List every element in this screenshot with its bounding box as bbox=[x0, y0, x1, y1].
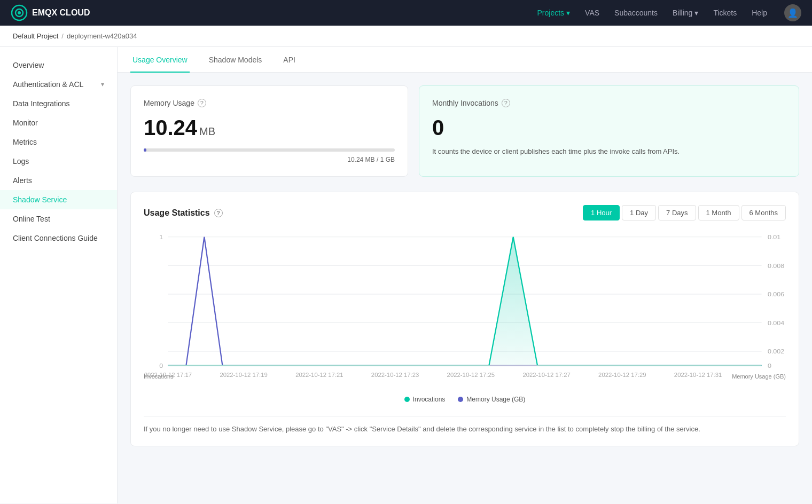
memory-progress-bar bbox=[144, 148, 395, 152]
memory-card-title: Memory Usage ? bbox=[144, 99, 395, 107]
tab-bar: Usage Overview Shadow Models API bbox=[118, 47, 812, 73]
svg-text:0.008: 0.008 bbox=[768, 262, 784, 270]
svg-text:2022-10-12 17:29: 2022-10-12 17:29 bbox=[598, 372, 646, 379]
sidebar-item-client-connections[interactable]: Client Connections Guide bbox=[0, 229, 117, 248]
brand-logo[interactable]: EMQX CLOUD bbox=[11, 4, 90, 21]
invocations-card-title: Monthly Invocations ? bbox=[432, 99, 786, 107]
page-layout: Overview Authentication & ACL ▾ Data Int… bbox=[0, 47, 812, 503]
svg-text:0: 0 bbox=[768, 362, 771, 369]
svg-text:2022-10-12 17:23: 2022-10-12 17:23 bbox=[371, 372, 419, 379]
nav-tickets[interactable]: Tickets bbox=[713, 9, 737, 17]
sidebar-item-data-integrations[interactable]: Data Integrations bbox=[0, 94, 117, 113]
nav-links: Projects ▾ VAS Subaccounts Billing ▾ Tic… bbox=[537, 9, 768, 17]
time-btn-1day[interactable]: 1 Day bbox=[622, 205, 656, 220]
tab-shadow-models[interactable]: Shadow Models bbox=[207, 47, 264, 73]
time-btn-1hour[interactable]: 1 Hour bbox=[583, 205, 620, 220]
memory-progress-fill bbox=[144, 148, 146, 152]
svg-text:2022-10-12 17:25: 2022-10-12 17:25 bbox=[447, 372, 495, 379]
nav-subaccounts[interactable]: Subaccounts bbox=[614, 9, 658, 17]
memory-usage-card: Memory Usage ? 10.24MB 10.24 MB / 1 GB bbox=[130, 85, 408, 177]
sidebar-item-shadow-service[interactable]: Shadow Service bbox=[0, 190, 117, 209]
stats-title: Usage Statistics ? bbox=[144, 208, 223, 218]
footer-note: If you no longer need to use Shadow Serv… bbox=[144, 416, 786, 433]
nav-billing[interactable]: Billing ▾ bbox=[673, 9, 698, 17]
stats-info-icon[interactable]: ? bbox=[214, 209, 223, 217]
svg-point-2 bbox=[18, 11, 21, 14]
legend-memory: Memory Usage (GB) bbox=[458, 396, 525, 403]
invocations-info-icon[interactable]: ? bbox=[502, 99, 510, 107]
svg-text:2022-10-12 17:19: 2022-10-12 17:19 bbox=[220, 372, 267, 379]
avatar[interactable]: 👤 bbox=[784, 4, 801, 21]
nav-projects[interactable]: Projects ▾ bbox=[537, 9, 571, 17]
svg-text:0.01: 0.01 bbox=[768, 233, 781, 241]
chart-legend: Invocations Memory Usage (GB) bbox=[144, 396, 786, 403]
memory-value: 10.24MB bbox=[144, 116, 395, 140]
breadcrumb-separator: / bbox=[61, 32, 64, 40]
cards-row: Memory Usage ? 10.24MB 10.24 MB / 1 GB bbox=[130, 85, 799, 177]
tab-usage-overview[interactable]: Usage Overview bbox=[130, 47, 190, 73]
svg-text:2022-10-12 17:31: 2022-10-12 17:31 bbox=[674, 372, 722, 379]
sidebar-item-alerts[interactable]: Alerts bbox=[0, 171, 117, 190]
svg-text:0.002: 0.002 bbox=[768, 348, 784, 356]
legend-memory-dot bbox=[458, 397, 463, 402]
memory-info-icon[interactable]: ? bbox=[198, 99, 206, 107]
top-navigation: EMQX CLOUD Projects ▾ VAS Subaccounts Bi… bbox=[0, 0, 812, 26]
stats-header: Usage Statistics ? 1 Hour 1 Day 7 Days 1… bbox=[144, 205, 786, 220]
time-btn-6months[interactable]: 6 Months bbox=[741, 205, 786, 220]
invocations-card: Monthly Invocations ? 0 It counts the de… bbox=[419, 85, 799, 177]
legend-invocations: Invocations bbox=[404, 396, 446, 403]
chart-right-axis-label: Memory Usage (GB) bbox=[732, 373, 786, 380]
svg-text:2022-10-12 17:27: 2022-10-12 17:27 bbox=[522, 372, 570, 379]
chart-left-axis-label: Invocations bbox=[144, 373, 174, 380]
breadcrumb-parent[interactable]: Default Project bbox=[13, 32, 58, 40]
content-area: Memory Usage ? 10.24MB 10.24 MB / 1 GB bbox=[118, 73, 812, 472]
main-content: Usage Overview Shadow Models API Memory … bbox=[118, 47, 812, 503]
legend-invocations-dot bbox=[404, 397, 410, 402]
brand-name: EMQX CLOUD bbox=[32, 8, 90, 18]
projects-arrow-icon: ▾ bbox=[566, 9, 570, 17]
svg-text:0: 0 bbox=[159, 362, 163, 369]
sidebar-item-monitor[interactable]: Monitor bbox=[0, 113, 117, 132]
sidebar-item-online-test[interactable]: Online Test bbox=[0, 209, 117, 229]
breadcrumb-current: deployment-w420a034 bbox=[67, 32, 137, 40]
nav-vas[interactable]: VAS bbox=[585, 9, 599, 17]
billing-arrow-icon: ▾ bbox=[694, 9, 698, 17]
breadcrumb: Default Project / deployment-w420a034 bbox=[0, 26, 812, 47]
memory-progress-label: 10.24 MB / 1 GB bbox=[144, 156, 395, 163]
invocations-value: 0 bbox=[432, 116, 786, 140]
usage-statistics-section: Usage Statistics ? 1 Hour 1 Day 7 Days 1… bbox=[130, 192, 799, 446]
svg-text:0.006: 0.006 bbox=[768, 290, 784, 298]
sidebar-item-logs[interactable]: Logs bbox=[0, 152, 117, 171]
sidebar: Overview Authentication & ACL ▾ Data Int… bbox=[0, 47, 118, 503]
time-btn-7days[interactable]: 7 Days bbox=[658, 205, 696, 220]
sidebar-item-overview[interactable]: Overview bbox=[0, 56, 117, 75]
invocations-description: It counts the device or client publishes… bbox=[432, 146, 786, 158]
auth-arrow-icon: ▾ bbox=[101, 81, 104, 88]
svg-text:2022-10-12 17:21: 2022-10-12 17:21 bbox=[295, 372, 343, 379]
svg-text:0.004: 0.004 bbox=[768, 319, 784, 327]
time-btn-1month[interactable]: 1 Month bbox=[698, 205, 739, 220]
chart-container: 1 0 0.01 0.008 0.006 0.004 0.002 0 2022-… bbox=[144, 231, 786, 391]
sidebar-item-metrics[interactable]: Metrics bbox=[0, 132, 117, 152]
svg-marker-25 bbox=[471, 237, 761, 366]
nav-help[interactable]: Help bbox=[752, 9, 767, 17]
sidebar-item-authentication[interactable]: Authentication & ACL ▾ bbox=[0, 75, 117, 94]
time-filter-buttons: 1 Hour 1 Day 7 Days 1 Month 6 Months bbox=[583, 205, 786, 220]
svg-text:1: 1 bbox=[159, 233, 163, 241]
usage-chart: 1 0 0.01 0.008 0.006 0.004 0.002 0 2022-… bbox=[144, 231, 786, 391]
tab-api[interactable]: API bbox=[281, 47, 298, 73]
